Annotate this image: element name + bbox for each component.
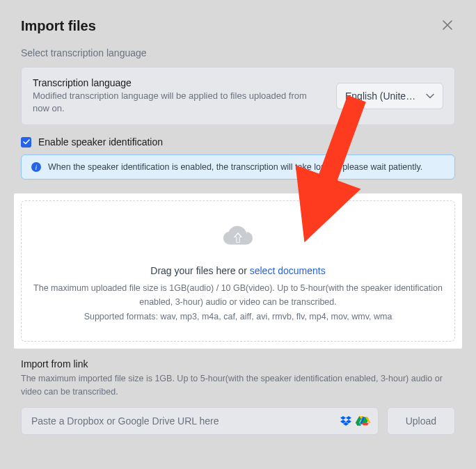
info-icon: i [31, 162, 41, 172]
file-dropzone[interactable]: Drag your files here or select documents… [21, 200, 455, 342]
google-drive-icon [360, 416, 371, 426]
dropzone-main-text: Drag your files here or select documents [31, 265, 445, 276]
dropbox-icon [340, 416, 351, 426]
dropzone-formats: Supported formats: wav, mp3, m4a, caf, a… [31, 312, 445, 321]
transcription-language-box: Transcription language Modified transcri… [21, 67, 455, 125]
speaker-info-text: When the speaker identification is enabl… [48, 162, 422, 172]
language-box-title: Transcription language [33, 77, 325, 88]
language-selected-value: English (United … [345, 90, 420, 102]
select-documents-link[interactable]: select documents [250, 265, 326, 276]
language-section-label: Select transcription language [21, 47, 455, 58]
provider-icons [340, 416, 371, 426]
close-icon [443, 20, 452, 30]
check-icon [23, 139, 30, 145]
speaker-info-banner: i When the speaker identification is ena… [21, 154, 455, 180]
import-link-desc: The maximum imported file size is 1GB. U… [21, 372, 455, 399]
speaker-id-label: Enable speaker identification [38, 136, 163, 148]
speaker-id-checkbox[interactable] [21, 137, 31, 148]
dropzone-desc: The maximum uploaded file size is 1GB(au… [31, 282, 445, 309]
import-link-title: Import from link [21, 358, 455, 369]
url-input-wrap [21, 407, 379, 435]
language-select[interactable]: English (United … [336, 83, 443, 109]
speaker-id-row: Enable speaker identification [21, 136, 455, 148]
upload-button[interactable]: Upload [387, 407, 455, 435]
modal-header: Import files [0, 0, 476, 47]
url-input[interactable] [29, 408, 340, 434]
import-files-modal: Import files Select transcription langua… [0, 0, 476, 469]
dropzone-highlight: Drag your files here or select documents… [14, 193, 462, 349]
cloud-upload-icon [223, 223, 253, 250]
dropzone-prefix: Drag your files here or [150, 265, 249, 276]
modal-title: Import files [21, 18, 96, 34]
close-button[interactable] [440, 17, 455, 35]
chevron-down-icon [426, 93, 434, 99]
import-from-link-section: Import from link The maximum imported fi… [21, 358, 455, 435]
language-box-desc: Modified transcription language will be … [33, 90, 325, 115]
